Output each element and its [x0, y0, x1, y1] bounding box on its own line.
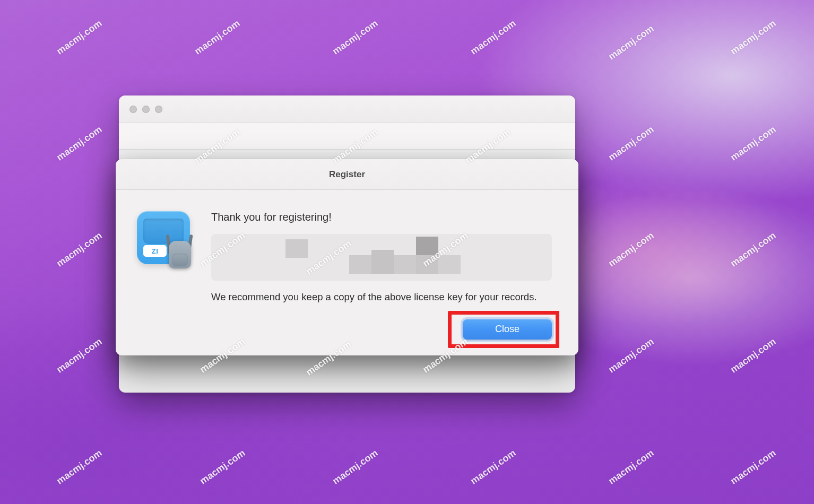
redacted-content	[416, 255, 438, 274]
app-icon-label: ZI	[143, 245, 167, 257]
window-toolbar	[119, 123, 575, 150]
registration-success-heading: Thank you for registering!	[211, 211, 552, 223]
redacted-content	[349, 255, 371, 274]
window-controls	[129, 106, 162, 113]
backpack-icon	[164, 233, 194, 268]
redacted-content	[371, 250, 394, 274]
zip-archiver-icon: ZI	[137, 211, 190, 264]
license-recommendation-text: We recommend you keep a copy of the abov…	[211, 290, 552, 305]
app-icon: ZI	[137, 211, 195, 270]
maximize-window-button[interactable]	[155, 106, 162, 113]
redacted-content	[394, 255, 416, 274]
dialog-content: Thank you for registering! We recommend …	[211, 211, 552, 305]
minimize-window-button[interactable]	[142, 106, 150, 113]
dialog-footer: Close	[116, 319, 578, 355]
redacted-content	[438, 255, 461, 274]
window-titlebar[interactable]	[119, 95, 575, 123]
register-dialog-sheet: Register ZI Thank you for registering!	[116, 159, 578, 355]
dialog-header: Register	[116, 159, 578, 190]
close-window-button[interactable]	[129, 106, 137, 113]
dialog-body: ZI Thank you for registering! We	[116, 190, 578, 319]
license-key-display	[211, 234, 552, 281]
redacted-content	[416, 237, 438, 257]
annotation-highlight-box	[448, 311, 559, 348]
redacted-content	[285, 239, 308, 258]
dialog-title: Register	[329, 169, 365, 180]
